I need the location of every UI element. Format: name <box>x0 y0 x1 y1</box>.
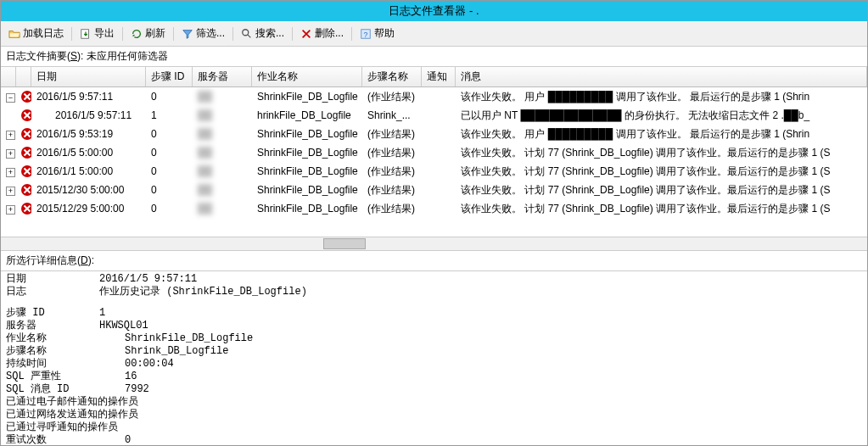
refresh-button[interactable]: 刷新 <box>126 24 170 43</box>
separator <box>71 27 72 41</box>
toolbar: 加载日志 导出 刷新 筛选... 搜索... 删除... ? 帮助 <box>1 21 867 47</box>
filter-button[interactable]: 筛选... <box>177 24 229 43</box>
detail-panel[interactable]: 日期2016/1/5 9:57:11 日志作业历史记录 (ShrinkFile_… <box>1 271 867 445</box>
delete-icon <box>300 28 312 40</box>
log-row[interactable]: +2016/1/5 5:00:000██ShrinkFile_DB_Logfil… <box>1 143 867 162</box>
cell-date: 2016/1/5 9:53:19 <box>31 128 146 140</box>
cell-step: 0 <box>146 165 193 177</box>
cell-msg: 该作业失败。 用户 █████████ 调用了该作业。 最后运行的是步骤 1 (… <box>456 127 867 142</box>
col-msg[interactable]: 消息 <box>456 67 867 86</box>
cell-step: 0 <box>146 91 193 103</box>
cell-date: 2016/1/5 9:57:11 <box>31 109 146 121</box>
cell-job: ShrinkFile_DB_Logfile <box>252 165 362 177</box>
help-icon: ? <box>360 28 372 40</box>
tree-toggle[interactable]: + <box>1 184 16 196</box>
cell-stepname: (作业结果) <box>362 164 422 179</box>
error-icon <box>16 203 31 215</box>
separator <box>292 27 293 41</box>
export-button[interactable]: 导出 <box>76 24 119 43</box>
cell-date: 2015/12/30 5:00:00 <box>31 184 146 196</box>
export-icon <box>80 28 92 40</box>
col-date[interactable]: 日期 <box>31 67 146 86</box>
search-icon <box>241 28 253 40</box>
col-server[interactable]: 服务器 <box>193 67 252 86</box>
error-icon <box>16 91 31 103</box>
tree-toggle[interactable]: + <box>1 165 16 177</box>
filter-icon <box>182 28 193 40</box>
cell-step: 0 <box>146 128 193 140</box>
cell-stepname: Shrink_... <box>362 109 422 121</box>
cell-date: 2016/1/5 9:57:11 <box>31 91 146 103</box>
cell-stepname: (作业结果) <box>362 183 422 198</box>
svg-point-1 <box>243 29 249 35</box>
error-icon <box>16 165 31 178</box>
cell-server: ██ <box>193 165 252 177</box>
tree-toggle[interactable]: + <box>1 147 16 159</box>
cell-msg: 已以用户 NT ██████████████ 的身份执行。 无法收缩日志文件 2… <box>456 109 867 123</box>
svg-text:?: ? <box>364 30 368 38</box>
cell-step: 0 <box>146 184 193 196</box>
separator <box>173 27 174 41</box>
cell-date: 2015/12/29 5:00:00 <box>31 203 146 215</box>
cell-server: ██ <box>193 109 252 121</box>
cell-msg: 该作业失败。 用户 █████████ 调用了该作业。 最后运行的是步骤 1 (… <box>456 90 867 104</box>
cell-server: ██ <box>193 91 252 103</box>
cell-stepname: (作业结果) <box>362 90 422 104</box>
cell-server: ██ <box>193 203 252 215</box>
separator <box>122 27 123 41</box>
help-button[interactable]: ? 帮助 <box>356 24 399 43</box>
log-row[interactable]: +2015/12/29 5:00:000██ShrinkFile_DB_Logf… <box>1 199 867 218</box>
cell-job: hrinkFile_DB_Logfile <box>252 109 362 121</box>
log-row[interactable]: −2016/1/5 9:57:110██ShrinkFile_DB_Logfil… <box>1 87 867 106</box>
scrollbar-thumb[interactable] <box>323 238 366 249</box>
separator <box>232 27 233 41</box>
log-row[interactable]: +2016/1/5 9:53:190██ShrinkFile_DB_Logfil… <box>1 125 867 143</box>
cell-server: ██ <box>193 128 252 140</box>
cell-job: ShrinkFile_DB_Logfile <box>252 184 362 196</box>
cell-job: ShrinkFile_DB_Logfile <box>252 147 362 159</box>
summary-bar: 日志文件摘要(S): 未应用任何筛选器 <box>1 47 867 67</box>
cell-step: 0 <box>146 147 193 159</box>
tree-toggle[interactable]: + <box>1 203 16 215</box>
error-icon <box>16 184 31 197</box>
cell-msg: 该作业失败。 计划 77 (Shrink_DB_Logfile) 调用了该作业。… <box>456 183 867 198</box>
log-grid[interactable]: −2016/1/5 9:57:110██ShrinkFile_DB_Logfil… <box>1 87 867 237</box>
tree-toggle[interactable]: + <box>1 128 16 140</box>
grid-header: 日期 步骤 ID 服务器 作业名称 步骤名称 通知 消息 <box>1 67 867 87</box>
delete-button[interactable]: 删除... <box>296 24 348 43</box>
cell-date: 2016/1/1 5:00:00 <box>31 165 146 177</box>
col-notify[interactable]: 通知 <box>422 67 456 86</box>
log-row[interactable]: +2015/12/30 5:00:000██ShrinkFile_DB_Logf… <box>1 181 867 199</box>
log-row[interactable]: 2016/1/5 9:57:111██hrinkFile_DB_LogfileS… <box>1 106 867 125</box>
detail-heading: 所选行详细信息(D): <box>1 251 867 271</box>
cell-stepname: (作业结果) <box>362 202 422 216</box>
cell-step: 1 <box>146 109 193 121</box>
cell-msg: 该作业失败。 计划 77 (Shrink_DB_Logfile) 调用了该作业。… <box>456 146 867 160</box>
cell-server: ██ <box>193 147 252 159</box>
error-icon <box>16 109 31 122</box>
col-stepname[interactable]: 步骤名称 <box>362 67 422 86</box>
col-step[interactable]: 步骤 ID <box>146 67 193 86</box>
cell-msg: 该作业失败。 计划 77 (Shrink_DB_Logfile) 调用了该作业。… <box>456 164 867 179</box>
window-title: 日志文件查看器 - . <box>1 1 867 21</box>
cell-msg: 该作业失败。 计划 77 (Shrink_DB_Logfile) 调用了该作业。… <box>456 202 867 216</box>
cell-step: 0 <box>146 203 193 215</box>
cell-job: ShrinkFile_DB_Logfile <box>252 203 362 215</box>
cell-job: ShrinkFile_DB_Logfile <box>252 91 362 103</box>
refresh-icon <box>131 28 143 40</box>
folder-open-icon <box>8 28 20 40</box>
tree-toggle[interactable]: − <box>1 91 16 103</box>
cell-job: ShrinkFile_DB_Logfile <box>252 128 362 140</box>
separator <box>351 27 352 41</box>
horizontal-scrollbar[interactable] <box>1 237 867 251</box>
error-icon <box>16 128 31 141</box>
error-icon <box>16 147 31 159</box>
load-log-button[interactable]: 加载日志 <box>4 24 68 43</box>
cell-stepname: (作业结果) <box>362 146 422 160</box>
cell-stepname: (作业结果) <box>362 127 422 142</box>
cell-date: 2016/1/5 5:00:00 <box>31 147 146 159</box>
search-button[interactable]: 搜索... <box>237 24 288 43</box>
cell-server: ██ <box>193 184 252 196</box>
col-job[interactable]: 作业名称 <box>252 67 362 86</box>
log-row[interactable]: +2016/1/1 5:00:000██ShrinkFile_DB_Logfil… <box>1 162 867 181</box>
